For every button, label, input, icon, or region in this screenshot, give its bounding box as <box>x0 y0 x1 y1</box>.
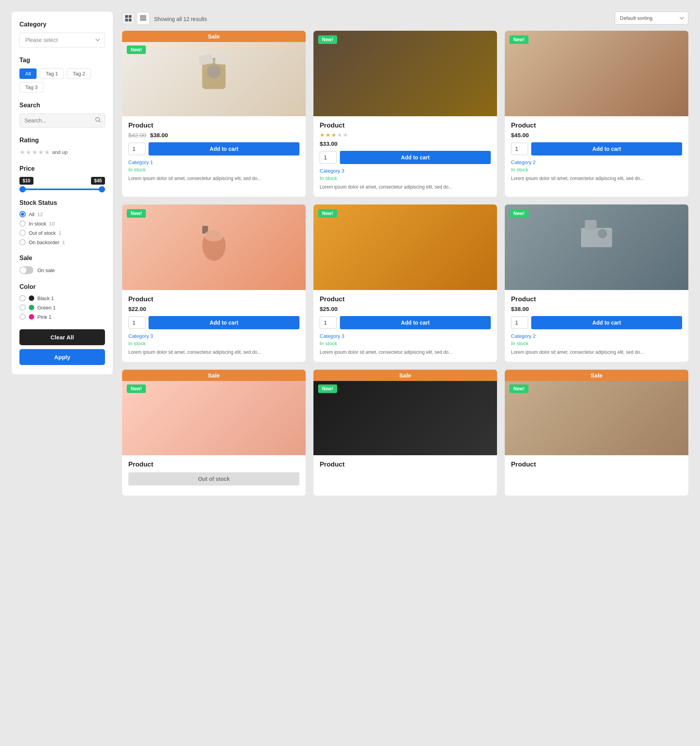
category-select[interactable]: Please select <box>19 33 105 47</box>
add-to-cart-button-4[interactable]: Add to cart <box>149 316 299 329</box>
stock-backorder[interactable]: On backorder 1 <box>19 239 105 245</box>
clear-all-button[interactable]: Clear All <box>19 329 105 345</box>
product-image-7: Sale New! <box>122 370 306 455</box>
add-to-cart-button-6[interactable]: Add to cart <box>531 316 682 329</box>
color-pink[interactable]: Pink 1 <box>19 314 105 320</box>
qty-input-2[interactable] <box>320 151 337 164</box>
tag-1[interactable]: Tag 1 <box>40 68 64 79</box>
product-stock-6: In stock <box>511 341 682 346</box>
color-black[interactable]: Black 1 <box>19 295 105 301</box>
search-icon <box>95 117 101 124</box>
price-title: Price <box>19 165 105 172</box>
product-grid: Sale New! Product $42.00 $38.00 Add to c… <box>122 31 688 496</box>
add-to-cart-button-5[interactable]: Add to cart <box>340 316 491 329</box>
tag-2[interactable]: Tag 2 <box>67 68 91 79</box>
rating-title: Rating <box>19 137 105 144</box>
svg-rect-17 <box>585 220 597 230</box>
color-section: Color Black 1 Green 1 Pink 1 <box>19 283 105 320</box>
sale-label: On sale <box>37 267 55 273</box>
product-price-4: $22.00 <box>128 306 299 312</box>
sale-toggle[interactable] <box>19 266 33 274</box>
price-slider-max[interactable] <box>99 186 105 192</box>
product-body-5: Product $25.00 Add to cart Category 3 In… <box>313 290 497 362</box>
add-to-cart-button-3[interactable]: Add to cart <box>531 142 682 155</box>
product-stock-1: In stock <box>128 167 299 173</box>
cart-row-6: Add to cart <box>511 316 682 329</box>
search-title: Search <box>19 102 105 109</box>
out-of-stock-button-7: Out of stock <box>128 472 299 486</box>
product-image-3: New! <box>505 31 688 116</box>
product-category-1[interactable]: Category 1 <box>128 159 299 165</box>
product-title-1: Product <box>128 122 299 129</box>
stock-backorder-radio[interactable] <box>19 239 26 245</box>
product-category-2[interactable]: Category 3 <box>320 168 491 174</box>
search-input[interactable] <box>19 114 105 128</box>
new-badge-5: New! <box>318 209 337 218</box>
product-price-2: $33.00 <box>320 140 491 147</box>
color-green-radio[interactable] <box>19 304 26 311</box>
list-view-button[interactable] <box>137 12 149 24</box>
qty-input-4[interactable] <box>128 316 145 329</box>
sale-title: Sale <box>19 255 105 262</box>
stock-in-stock[interactable]: In stock 10 <box>19 220 105 227</box>
star-2: ★ <box>26 149 31 156</box>
qty-input-5[interactable] <box>320 316 337 329</box>
product-card-9: Sale New! Product <box>505 370 688 496</box>
stock-out-radio[interactable] <box>19 230 26 236</box>
color-pink-radio[interactable] <box>19 314 26 320</box>
product-category-6[interactable]: Category 2 <box>511 333 682 339</box>
qty-input-3[interactable] <box>511 143 528 155</box>
svg-point-18 <box>598 229 607 238</box>
qty-input-1[interactable] <box>128 143 145 155</box>
svg-rect-2 <box>125 15 128 18</box>
product-stock-4: In stock <box>128 341 299 346</box>
color-green-swatch <box>29 305 34 310</box>
product-category-4[interactable]: Category 3 <box>128 333 299 339</box>
toolbar-left: Showing all 12 results <box>122 12 207 24</box>
product-img-placeholder-7 <box>122 370 306 455</box>
sort-select[interactable]: Default sorting Sort by popularity Sort … <box>615 12 688 24</box>
price-section: Price $10 $45 <box>19 165 105 190</box>
product-title-8: Product <box>320 461 491 468</box>
product-card-1: Sale New! Product $42.00 $38.00 Add to c… <box>122 31 306 197</box>
cart-row-7: Out of stock <box>128 472 299 486</box>
product-image-6: New! <box>505 204 688 290</box>
color-black-radio[interactable] <box>19 295 26 301</box>
product-price-5: $25.00 <box>320 306 491 312</box>
product-price-6: $38.00 <box>511 306 682 312</box>
main-content: Showing all 12 results Default sorting S… <box>122 12 688 496</box>
product-category-5[interactable]: Category 3 <box>320 333 491 339</box>
product-body-2: Product ★ ★ ★ ★ ★ $33.00 Add to cart <box>313 116 497 197</box>
stock-all-radio[interactable] <box>19 211 26 217</box>
product-card-8: Sale New! Product <box>313 370 497 496</box>
sale-banner-9: Sale <box>505 370 688 381</box>
apply-button[interactable]: Apply <box>19 349 105 365</box>
svg-rect-3 <box>129 15 131 18</box>
product-card-5: New! Product $25.00 Add to cart Category… <box>313 204 497 362</box>
new-badge-3: New! <box>509 35 528 44</box>
price-regular-4: $22.00 <box>128 306 146 312</box>
product-category-3[interactable]: Category 2 <box>511 159 682 165</box>
price-regular-6: $38.00 <box>511 306 529 312</box>
stock-out[interactable]: Out of stock 1 <box>19 230 105 236</box>
qty-input-6[interactable] <box>511 316 528 329</box>
tag-title: Tag <box>19 57 105 64</box>
product-image-1: Sale New! <box>122 31 306 116</box>
tag-all[interactable]: All <box>19 68 37 79</box>
stock-all[interactable]: All 12 <box>19 211 105 217</box>
rating-stars[interactable]: ★ ★ ★ ★ ★ <box>19 149 50 156</box>
tag-3[interactable]: Tag 3 <box>19 82 44 93</box>
cart-row-5: Add to cart <box>320 316 491 329</box>
price-regular-2: $33.00 <box>320 140 338 147</box>
price-slider-track[interactable] <box>19 189 105 190</box>
color-green[interactable]: Green 1 <box>19 304 105 311</box>
star-4: ★ <box>38 149 44 156</box>
color-green-label: Green 1 <box>37 305 56 311</box>
grid-view-button[interactable] <box>122 12 135 24</box>
product-stars-2: ★ ★ ★ ★ ★ <box>320 132 491 138</box>
stock-in-radio[interactable] <box>19 220 26 227</box>
add-to-cart-button-2[interactable]: Add to cart <box>340 151 491 164</box>
product-image-2: New! <box>313 31 497 116</box>
add-to-cart-button-1[interactable]: Add to cart <box>149 142 299 155</box>
price-slider-min[interactable] <box>19 186 26 192</box>
